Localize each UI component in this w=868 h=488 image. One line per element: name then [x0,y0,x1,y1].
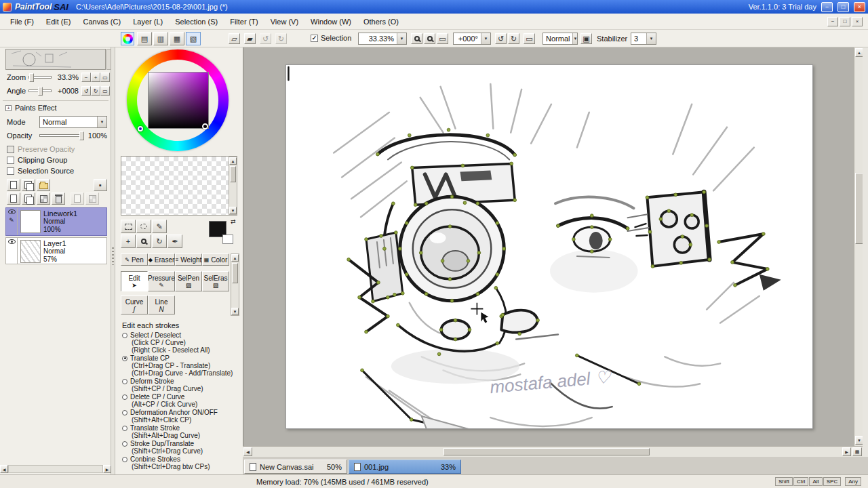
menu-window[interactable]: Window (W) [304,16,357,28]
tab-selpen[interactable]: SelPen▨ [175,271,202,291]
canvas-hscrollbar[interactable]: ◀ ▶ ▦ [243,446,863,457]
tab-seleras[interactable]: SelEras▧ [202,271,229,291]
rotate-cw-button[interactable]: ↻ [508,33,519,44]
panel-scroll-right-button[interactable]: ▶ [103,465,111,473]
panel-scrollbar-track[interactable] [8,465,103,473]
resize-grip-icon[interactable]: ▦ [852,447,862,456]
scrollbar-thumb[interactable] [230,166,236,182]
layer-mask-button[interactable] [71,192,84,205]
tool-tray-toggle-button[interactable]: ▧ [186,32,201,45]
clear-layer-button[interactable]: ▪ [94,179,107,191]
zoom-reset-button[interactable]: ▭ [437,33,448,44]
menu-canvas[interactable]: Canvas (C) [77,16,127,28]
clipping-group-checkbox[interactable] [7,157,14,164]
layer-mode-dropdown[interactable]: Normal ▼ [39,116,107,128]
blend-options-button[interactable]: ▣ [580,33,592,44]
tab-eraser[interactable]: ◆Eraser [148,253,175,266]
nav-angle-slider[interactable] [28,89,52,92]
preserve-opacity-checkbox[interactable] [7,146,14,153]
zoom-in-button[interactable] [424,33,435,44]
tab-weight[interactable]: ≡Weight [175,253,202,266]
magic-wand-tool[interactable]: ✎ [152,220,167,233]
close-button[interactable]: × [854,2,865,12]
rotate-reset-button[interactable]: ▭ [524,33,535,44]
mdi-close-button[interactable]: × [852,17,863,26]
menu-file[interactable]: File (F) [4,16,40,28]
eyedropper-tool[interactable]: ✒ [167,235,182,248]
tab-pressure[interactable]: Pressure✎ [148,271,175,291]
scroll-left-icon[interactable]: ◀ [243,447,252,456]
selection-source-checkbox[interactable] [7,167,14,175]
fill-layer-button[interactable] [37,192,50,205]
chevron-down-icon[interactable]: ▼ [572,33,577,44]
scroll-down-icon[interactable]: ▼ [231,308,239,315]
secondary-color-swatch[interactable] [222,235,233,244]
zoom-dropdown[interactable]: 33.33% ▼ [358,33,407,45]
flip-horizontal-button[interactable]: ▱ [229,33,240,44]
rotate-view-tool[interactable]: ↻ [152,235,167,248]
scratchpad-scrollbar[interactable]: ▲ ▼ [229,157,237,215]
option-translate-cp[interactable]: Translate CP [122,354,170,362]
blend-mode-dropdown[interactable]: Normal ▼ [542,33,578,45]
zoom-out-button[interactable] [411,33,422,44]
tab-edit[interactable]: Edit➤ [121,271,148,291]
new-layer-button[interactable] [7,179,20,191]
menu-filter[interactable]: Filter (T) [224,16,264,28]
expand-icon[interactable]: + [5,105,12,111]
navigator-scrollbar[interactable] [106,49,111,70]
navigator-preview[interactable] [5,49,106,70]
nav-rotate-cw-button[interactable]: ↻ [91,86,100,96]
rotation-dropdown[interactable]: +000° ▼ [453,33,491,45]
merge-down-button[interactable] [22,192,35,205]
menu-selection[interactable]: Selection (S) [169,16,224,28]
menu-edit[interactable]: Edit (E) [40,16,77,28]
option-deformation-anchor[interactable]: Deformation Anchor ON/OFF [122,409,218,416]
custom-tray-toggle-button[interactable]: ▦ [170,32,184,45]
tool-panel-scrollbar[interactable]: ▲ ▼ [231,253,239,316]
swatches-toggle-button[interactable]: ▥ [153,32,168,45]
lasso-tool[interactable] [136,220,151,233]
tab-color[interactable]: ▦Color [202,253,229,266]
scrollbar-thumb[interactable] [232,263,238,283]
nav-zoom-in-button[interactable]: + [91,73,100,82]
saturation-value-square[interactable] [148,72,209,129]
tab-curve[interactable]: Curveʃ [121,296,148,314]
eye-icon[interactable] [8,239,16,244]
option-translate-stroke[interactable]: Translate Stroke [122,424,180,432]
doc-tab-001-jpg[interactable]: 001.jpg 33% [349,460,461,474]
scroll-right-icon[interactable]: ▶ [842,447,851,456]
option-delete-cp[interactable]: Delete CP / Curve [122,393,184,401]
nav-rotate-ccw-button[interactable]: ↺ [81,86,91,96]
rotate-ccw-button[interactable]: ↺ [495,33,507,44]
layer-opacity-slider[interactable] [39,134,84,137]
swap-colors-icon[interactable]: ⇄ [231,218,236,225]
option-select-deselect[interactable]: Select / Deselect [122,331,181,339]
copy-layer-button[interactable] [22,179,35,191]
layer-row-linework1[interactable]: ✎ Linework1 Normal 100% [5,207,107,236]
menu-layer[interactable]: Layer (L) [127,16,169,28]
layer-lock-button[interactable] [85,192,99,205]
mdi-restore-button[interactable]: □ [840,17,850,26]
menu-others[interactable]: Others (O) [357,16,405,28]
scratchpad-toggle-button[interactable]: ▤ [137,32,152,45]
chevron-down-icon[interactable]: ▼ [97,117,106,127]
option-combine-strokes[interactable]: Conbine Strokes [122,455,180,463]
scratchpad[interactable] [121,156,237,216]
scroll-down-icon[interactable]: ▼ [229,207,237,214]
minimize-button[interactable]: − [821,2,833,12]
undo-button[interactable]: ↺ [260,33,271,44]
chevron-down-icon[interactable]: ▼ [481,33,490,44]
tab-pen[interactable]: ✎Pen [121,253,148,266]
doc-tab-new-canvas[interactable]: New Canvas.sai 50% [244,460,347,474]
panel-scroll-left-button[interactable]: ◀ [0,465,8,473]
eye-icon[interactable] [8,209,16,214]
canvas[interactable]: mostafa adel ♡ [285,64,813,429]
canvas-viewport[interactable]: mostafa adel ♡ ▲ ▼ [243,47,863,446]
option-deform-stroke[interactable]: Deform Stroke [122,378,174,385]
maximize-button[interactable]: □ [837,2,849,12]
menu-view[interactable]: View (V) [264,16,304,28]
nav-zoom-out-button[interactable]: − [81,73,91,82]
chevron-down-icon[interactable]: ▼ [397,33,406,44]
scroll-up-icon[interactable]: ▲ [229,157,237,165]
color-wheel-toggle-button[interactable] [121,32,134,45]
